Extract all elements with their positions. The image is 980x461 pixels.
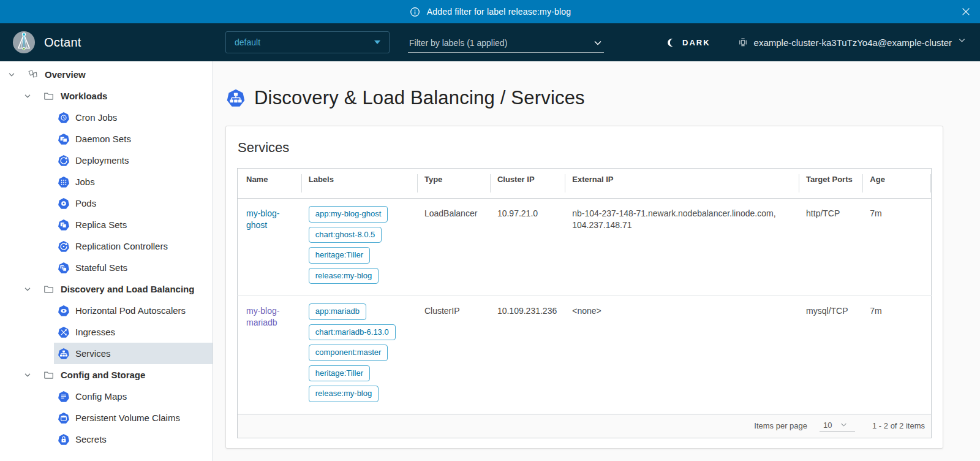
pagination: Items per page 10 1 - 2 of 2 items <box>244 420 925 432</box>
column-header-external-ip: External IP <box>565 169 799 199</box>
namespace-select[interactable]: default <box>225 31 390 53</box>
sidebar-item-horizontal-pod-autoscalers[interactable]: Horizontal Pod Autoscalers <box>54 300 213 321</box>
sidebar-item-label: Config Maps <box>75 391 127 402</box>
services-table: NameLabelsTypeCluster IPExternal IPTarge… <box>237 168 932 438</box>
chevron-down-icon[interactable] <box>23 92 33 101</box>
configmap-icon <box>58 391 70 403</box>
notification-message: Added filter for label release:my-blog <box>427 7 571 17</box>
info-circle-icon <box>409 6 421 18</box>
table-footer-row: Items per page 10 1 - 2 of 2 items <box>238 414 932 438</box>
label-pill[interactable]: heritage:Tiller <box>309 247 370 264</box>
cluster-ip-cell: 10.109.231.236 <box>497 306 557 316</box>
label-pill[interactable]: release:my-blog <box>309 268 379 284</box>
chevron-down-icon[interactable] <box>23 285 33 294</box>
items-per-page-value: 10 <box>823 421 832 430</box>
statefulset-icon <box>58 262 70 274</box>
folder-icon <box>43 283 55 295</box>
dark-mode-toggle[interactable]: DARK <box>666 37 710 48</box>
sidebar-item-label: Services <box>75 348 111 359</box>
sidebar-item-label: Replica Sets <box>75 219 127 230</box>
brand: Octant <box>12 31 213 54</box>
chevron-down-icon[interactable] <box>23 371 33 379</box>
label-pill[interactable]: chart:mariadb-6.13.0 <box>309 324 396 341</box>
sidebar-item-deployments[interactable]: Deployments <box>54 150 213 171</box>
label-pill[interactable]: component:master <box>309 345 388 361</box>
pagination-range: 1 - 2 of 2 items <box>872 421 925 430</box>
sidebar-item-overview[interactable]: Overview <box>0 64 213 85</box>
sidebar-item-label: Secrets <box>75 434 107 444</box>
external-ip-cell: <none> <box>572 306 601 316</box>
sidebar-item-daemon-sets[interactable]: Daemon Sets <box>54 128 213 150</box>
sidebar-item-label: Jobs <box>75 177 95 187</box>
column-header-cluster-ip: Cluster IP <box>490 169 565 199</box>
sidebar-item-config-maps[interactable]: Config Maps <box>54 386 213 407</box>
table-row: my-blog-mariadbapp:mariadbchart:mariadb-… <box>238 296 932 414</box>
sidebar-item-cron-jobs[interactable]: Cron Jobs <box>54 107 213 128</box>
cronjob-icon <box>58 112 70 124</box>
sidebar-item-persistent-volume-claims[interactable]: Persistent Volume Claims <box>54 407 213 429</box>
job-icon <box>58 176 70 188</box>
label-filter-select[interactable]: Filter by labels (1 applied) <box>408 34 604 53</box>
label-pill[interactable]: app:my-blog-ghost <box>309 206 388 223</box>
sidebar-item-label: Cron Jobs <box>75 112 117 123</box>
namespace-value: default <box>235 37 260 47</box>
sidebar-item-workloads[interactable]: Workloads <box>0 85 213 107</box>
sidebar-item-replication-controllers[interactable]: Replication Controllers <box>54 235 213 257</box>
app-header: Octant default Filter by labels (1 appli… <box>0 23 980 61</box>
dark-mode-label: DARK <box>682 38 710 47</box>
objects-icon <box>27 69 39 81</box>
ingress-icon <box>58 326 70 338</box>
chevron-down-icon <box>959 38 965 43</box>
sidebar-item-label: Ingresses <box>75 327 115 337</box>
caret-down-icon <box>374 40 380 44</box>
column-header-labels: Labels <box>301 169 417 199</box>
sidebar-item-replica-sets[interactable]: Replica Sets <box>54 214 213 235</box>
label-pill[interactable]: heritage:Tiller <box>309 365 370 382</box>
sidebar-item-pods[interactable]: Pods <box>54 192 213 214</box>
sidebar-tree: OverviewWorkloadsCron JobsDaemon SetsDep… <box>0 64 213 450</box>
hpa-icon <box>58 305 70 317</box>
context-selector[interactable]: example-cluster-ka3TuTzYo4a@example-clus… <box>737 37 965 48</box>
labels-cell: app:my-blog-ghostchart:ghost-8.0.5herita… <box>309 206 410 284</box>
replicationcontroller-icon <box>58 240 70 253</box>
chevron-down-icon <box>593 38 603 48</box>
chevron-down-icon[interactable] <box>7 70 17 79</box>
age-cell: 7m <box>870 208 881 218</box>
replicaset-icon <box>58 219 70 231</box>
daemonset-icon <box>58 133 70 145</box>
sidebar-item-label: Replication Controllers <box>75 241 168 251</box>
pod-icon <box>58 197 70 210</box>
target-ports-cell: http/TCP <box>806 208 840 218</box>
label-pill[interactable]: app:mariadb <box>309 303 366 320</box>
sidebar-item-label: Config and Storage <box>61 370 145 380</box>
content-area: Discovery & Load Balancing / Services Se… <box>214 61 980 461</box>
sidebar-item-label: Horizontal Pod Autoscalers <box>75 305 186 316</box>
column-header-target-ports: Target Ports <box>799 169 862 199</box>
column-header-name: Name <box>238 169 301 199</box>
label-pill[interactable]: chart:ghost-8.0.5 <box>309 227 382 243</box>
table-row: my-blog-ghostapp:my-blog-ghostchart:ghos… <box>238 199 932 296</box>
labels-cell: app:mariadbchart:mariadb-6.13.0component… <box>309 303 410 402</box>
sidebar-item-config-and-storage[interactable]: Config and Storage <box>0 364 213 386</box>
sidebar-item-ingresses[interactable]: Ingresses <box>54 321 213 343</box>
sidebar-item-secrets[interactable]: Secrets <box>54 429 213 450</box>
items-per-page-select[interactable]: 10 <box>820 420 855 432</box>
sidebar-item-services[interactable]: Services <box>54 343 213 364</box>
age-cell: 7m <box>870 306 881 316</box>
sidebar-item-label: Deployments <box>75 155 129 166</box>
service-name-link[interactable]: my-blog-mariadb <box>246 306 279 327</box>
sidebar-item-label: Persistent Volume Claims <box>75 413 180 423</box>
sidebar-item-jobs[interactable]: Jobs <box>54 171 213 192</box>
page-header: Discovery & Load Balancing / Services <box>226 87 980 109</box>
service-name-link[interactable]: my-blog-ghost <box>246 208 279 230</box>
context-value: example-cluster-ka3TuTzYo4a@example-clus… <box>754 37 952 48</box>
close-icon[interactable] <box>960 6 972 18</box>
label-pill[interactable]: release:my-blog <box>309 386 379 402</box>
table-header-row: NameLabelsTypeCluster IPExternal IPTarge… <box>238 169 932 199</box>
chevron-down-icon <box>840 423 847 427</box>
sidebar-item-label: Stateful Sets <box>75 262 127 273</box>
octant-logo-icon <box>12 31 36 54</box>
sidebar-item-stateful-sets[interactable]: Stateful Sets <box>54 257 213 278</box>
sidebar-item-discovery-and-load-balancing[interactable]: Discovery and Load Balancing <box>0 278 213 300</box>
main-shell: OverviewWorkloadsCron JobsDaemon SetsDep… <box>0 61 980 461</box>
